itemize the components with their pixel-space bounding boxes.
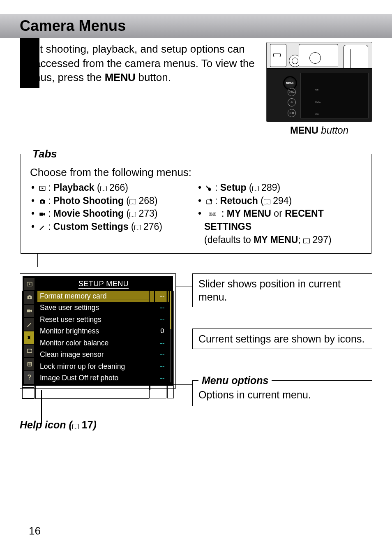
tabs-item: •: Playback ( 266) — [30, 181, 197, 194]
lcd-row-label: Lock mirror up for cleaning — [37, 361, 154, 373]
lcd-tab-photo-icon — [24, 290, 36, 304]
page-number: 16 — [29, 525, 41, 537]
svg-marker-10 — [29, 283, 30, 285]
lcd-row-value: -- — [154, 314, 170, 326]
annotation-menu-options: Menu options Options in current menu. — [192, 375, 372, 406]
lcd-row: Reset user settings-- — [37, 314, 170, 326]
camera-caption: MENU button — [290, 125, 348, 136]
annotation-options-legend: Menu options — [198, 375, 272, 386]
connector-line — [150, 384, 150, 390]
tabs-connector-line — [37, 253, 38, 267]
book-icon — [134, 225, 141, 230]
connector-line — [150, 384, 192, 385]
book-icon — [303, 238, 310, 243]
camera-zoom-button-icon: ⊕ — [288, 98, 296, 106]
lcd-scrollbar — [169, 290, 172, 383]
mymenu-icon: / — [204, 208, 221, 220]
page-heading: Camera Menus — [20, 17, 392, 35]
lcd-row-label: Format memory card — [37, 291, 154, 302]
lcd-row: Lock mirror up for cleaning-- — [37, 361, 170, 373]
wb-label: WB — [315, 88, 318, 91]
lcd-row-value: -- — [154, 349, 170, 361]
camera-icon — [37, 196, 47, 207]
svg-marker-1 — [42, 187, 44, 190]
tabs-col-left: •: Playback ( 266)•: Photo Shooting ( 26… — [30, 181, 197, 247]
lcd-row-value: 0 — [154, 326, 170, 337]
camera-help-button-icon: ?⁄๛ — [288, 88, 296, 96]
lcd-tab-retouch-icon — [24, 344, 36, 357]
book-icon — [252, 186, 259, 191]
callout-box-help — [22, 387, 35, 399]
camera-grip — [344, 45, 368, 69]
lcd-row-label: Clean image sensor — [37, 349, 154, 361]
lcd-rows: Format memory card--Save user settings--… — [37, 291, 170, 384]
page: Camera Menus Most shooting, playback, an… — [20, 14, 372, 444]
lcd-row: Monitor brightness0 — [37, 325, 170, 337]
lcd-tab-setup-icon — [24, 331, 36, 344]
lcd-row-label: Reset user settings — [37, 314, 154, 326]
lcd-row: Save user settings-- — [37, 302, 170, 314]
lcd-scroll-thumb — [170, 291, 171, 329]
movie-icon — [37, 208, 47, 220]
svg-rect-3 — [39, 213, 43, 216]
iso-label: ISO — [315, 113, 319, 116]
lcd-row-value: -- — [154, 338, 170, 349]
svg-marker-4 — [43, 213, 45, 216]
camera-caption-rest: button — [318, 125, 348, 136]
tabs-item: •: Setup ( 289) — [197, 181, 364, 194]
lcd-row-label: Save user settings — [37, 302, 154, 314]
lcd-screenshot: ? SETUP MENU Format memory card--Save us… — [20, 273, 176, 389]
lcd-row: Format memory card-- — [37, 291, 170, 302]
section-tab — [20, 35, 39, 88]
tabs-panel: Tabs Choose from the following menus: •:… — [21, 148, 371, 254]
connector-line — [175, 287, 192, 287]
lcd-row: Monitor color balance-- — [37, 337, 170, 349]
lcd-row-label: Monitor color balance — [37, 338, 154, 349]
svg-text:/: / — [212, 213, 213, 216]
tabs-item: •/: MY MENU or RECENT SETTINGS(defaults … — [197, 207, 364, 246]
menu-word: MENU — [105, 71, 136, 83]
lcd-row-label: Monitor brightness — [37, 326, 154, 337]
svg-marker-13 — [30, 310, 32, 312]
lcd-tab-strip: ? — [24, 278, 36, 384]
annotation-help-icon: Help icon ( 17) — [20, 419, 97, 431]
annotation-slider-text: Slider shows position in current menu. — [198, 278, 341, 303]
book-icon — [129, 212, 136, 217]
annotation-options-body: Options in current menu. — [198, 389, 366, 401]
lcd-row-label: Image Dust Off ref photo — [37, 373, 154, 384]
book-icon — [264, 199, 270, 204]
lcd-title: SETUP MENU — [37, 278, 170, 291]
svg-rect-12 — [27, 310, 30, 312]
qual-label: QUAL — [315, 101, 321, 103]
annotation-help-page: 17 — [82, 419, 93, 430]
tabs-item: •: Retouch ( 294) — [197, 194, 364, 208]
intro-paragraph: Most shooting, playback, and setup optio… — [20, 42, 255, 85]
annotation-current-text: Current settings are shown by icons. — [198, 333, 364, 345]
tabs-legend: Tabs — [28, 148, 61, 160]
lcd-tab-playback-icon — [24, 278, 36, 291]
wrench-icon — [204, 183, 214, 194]
lcd-row: Image Dust Off ref photo-- — [37, 372, 170, 384]
tabs-item: •: Movie Shooting ( 273) — [30, 207, 197, 220]
lcd-row-value: -- — [154, 361, 170, 373]
lcd-tab-help-icon: ? — [24, 370, 36, 384]
lcd-tab-movie-icon — [24, 304, 36, 317]
tabs-item: •: Custom Settings ( 276) — [30, 220, 197, 234]
annotation-help-b: ) — [93, 419, 97, 430]
play-icon — [37, 183, 47, 194]
lcd-tab-custom-icon — [24, 317, 36, 331]
book-icon — [129, 199, 136, 204]
camera-release-button — [273, 53, 281, 57]
diagram-area: ? SETUP MENU Format memory card--Save us… — [20, 267, 372, 444]
tabs-intro: Choose from the following menus: — [30, 166, 364, 179]
camera-screen — [300, 73, 369, 118]
connector-line — [175, 337, 192, 338]
camera-illustration: MENU WB ?⁄๛ QUAL ⊕ ISO ⊖▦ — [266, 42, 372, 122]
annotation-slider: Slider shows position in current menu. — [192, 273, 372, 307]
svg-point-11 — [28, 297, 30, 298]
lcd-row-value: -- — [154, 291, 170, 302]
tabs-col-right: •: Setup ( 289)•: Retouch ( 294)•/: MY M… — [197, 181, 364, 247]
pencil-icon — [37, 222, 47, 233]
heading-bar: Camera Menus — [0, 14, 392, 38]
svg-point-2 — [42, 201, 44, 203]
